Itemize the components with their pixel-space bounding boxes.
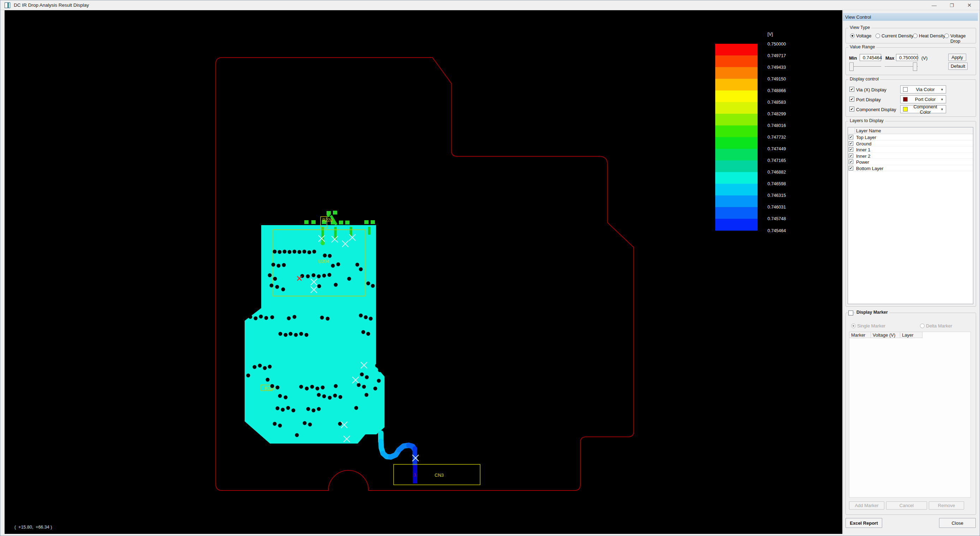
layer-column-header[interactable]: Layer [900, 332, 923, 338]
voltage-column-header[interactable]: Voltage (V) [870, 332, 900, 338]
marker-column-header[interactable]: Marker [849, 332, 871, 338]
layer-name: Ground [856, 141, 871, 146]
component-display-checkbox[interactable] [850, 106, 854, 111]
via-display-checkbox[interactable] [850, 87, 854, 92]
layer-name: Top Layer [856, 135, 876, 140]
via-dot [291, 409, 296, 412]
via-dot [270, 384, 274, 388]
max-slider[interactable] [885, 62, 918, 71]
layer-checkbox[interactable] [849, 154, 853, 158]
close-window-button[interactable]: ✕ [961, 0, 978, 10]
panel-title: View Control [843, 13, 978, 21]
via-dot [334, 283, 338, 287]
restore-button[interactable]: ❐ [943, 0, 960, 10]
radio-voltage-drop[interactable] [944, 33, 949, 38]
minimize-button[interactable]: — [926, 0, 942, 10]
via-dot [273, 277, 277, 281]
min-value-input[interactable]: 0.745464 [860, 54, 881, 61]
via-dot [259, 315, 263, 319]
layer-listbox[interactable]: Layer Name Top LayerGroundInner 1Inner 2… [848, 127, 973, 304]
pcb-canvas[interactable]: 1R228U204R223CN3[V]0.7500000.7497170.749… [4, 10, 842, 534]
via-dot [310, 385, 314, 389]
layer-row[interactable]: Ground [848, 140, 973, 147]
component-color-dropdown[interactable]: Component Color ▼ [900, 105, 946, 113]
via-dot [254, 317, 258, 320]
layer-row[interactable]: Inner 1 [848, 146, 973, 153]
legend-band [715, 207, 757, 219]
via-dot [357, 383, 361, 387]
cursor-coordinates: ( +15.80, +66.34 ) [14, 525, 52, 530]
layer-list-header[interactable]: Layer Name [848, 127, 973, 134]
via-dot [278, 424, 282, 428]
legend-tick-label: 0.749433 [767, 65, 786, 70]
legend-tick-label: 0.746031 [767, 205, 786, 209]
marker-table[interactable] [849, 332, 971, 498]
remove-button[interactable]: Remove [929, 501, 964, 509]
via-dot [276, 386, 280, 390]
layers-group: Layers to Display Layer Name Top LayerGr… [845, 121, 976, 307]
via-color-label: Via Color [910, 87, 940, 92]
via-dot [312, 409, 316, 412]
add-marker-button[interactable]: Add Marker [849, 501, 885, 509]
layers-legend: Layers to Display [848, 118, 885, 123]
cancel-button[interactable]: Cancel [886, 501, 927, 509]
layer-row[interactable]: Bottom Layer [848, 165, 973, 171]
default-button[interactable]: Default [948, 62, 968, 70]
via-dot [298, 250, 301, 254]
display-marker-checkbox[interactable] [848, 311, 853, 316]
legend-tick-label: 0.748299 [767, 111, 786, 116]
radio-current-density[interactable] [875, 33, 880, 38]
via-color-swatch [903, 87, 908, 92]
window-title: DC IR Drop Analysis Result Display [14, 2, 89, 8]
radio-voltage-drop-label: Voltage Drop [950, 33, 976, 44]
max-value-input[interactable]: 0.750000 [896, 54, 918, 61]
radio-delta-marker[interactable] [920, 324, 924, 328]
component-label: R228 [322, 218, 332, 223]
layer-checkbox[interactable] [849, 141, 853, 146]
min-label: Min [849, 56, 857, 61]
layer-checkbox[interactable] [849, 147, 853, 152]
layer-row[interactable]: Power [848, 159, 973, 165]
view-type-legend: View Type [848, 25, 871, 30]
radio-voltage[interactable] [850, 33, 855, 38]
via-dot [303, 421, 307, 425]
via-dot [288, 250, 291, 254]
via-color-dropdown[interactable]: Via Color ▼ [900, 86, 946, 94]
via-dot [355, 263, 360, 267]
via-dot [253, 365, 257, 369]
via-dot [277, 264, 281, 268]
via-dot [360, 373, 364, 376]
apply-button[interactable]: Apply [948, 54, 966, 61]
port-number-label: 1 [414, 473, 416, 477]
via-dot [308, 423, 312, 427]
close-button[interactable]: Close [939, 518, 976, 528]
layer-checkbox[interactable] [849, 135, 853, 140]
port-color-dropdown[interactable]: Port Color ▼ [900, 95, 946, 103]
chevron-down-icon: ▼ [940, 98, 943, 101]
port-display-checkbox[interactable] [850, 97, 854, 101]
layer-checkbox[interactable] [849, 166, 853, 170]
min-slider[interactable] [850, 62, 881, 71]
layer-row[interactable]: Inner 2 [848, 153, 973, 159]
via-dot [369, 317, 373, 321]
legend-tick-label: 0.749717 [767, 53, 786, 58]
via-dot [366, 282, 370, 285]
radio-voltage-label: Voltage [856, 33, 871, 38]
layer-checkbox[interactable] [849, 160, 853, 164]
radio-single-marker[interactable] [851, 324, 856, 328]
via-dot [247, 374, 250, 377]
display-marker-legend: Display Marker [855, 310, 889, 315]
max-slider-handle[interactable] [913, 62, 917, 71]
excel-report-button[interactable]: Excel Report [845, 518, 882, 528]
component-label: U204 [318, 258, 329, 264]
min-slider-handle[interactable] [850, 62, 854, 71]
radio-heat-density[interactable] [913, 33, 918, 38]
via-dot [328, 273, 331, 277]
legend-band [715, 114, 757, 125]
via-dot [365, 393, 369, 397]
via-dot [339, 395, 342, 399]
layer-row[interactable]: Top Layer [848, 134, 973, 140]
via-dot [287, 317, 291, 320]
via-dot [268, 365, 272, 369]
legend-band [715, 79, 757, 91]
